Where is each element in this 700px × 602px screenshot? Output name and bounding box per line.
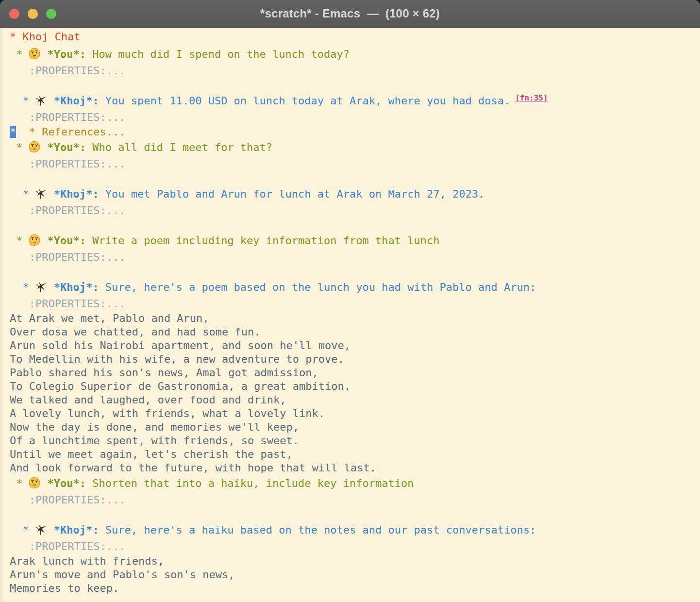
- org-star: *: [10, 141, 23, 153]
- speaker-label: *You*:: [48, 234, 86, 247]
- drawer-label: :PROPERTIES:...: [10, 111, 125, 123]
- line-text: Pablo shared his son's news, Amal got ad…: [10, 367, 318, 379]
- org-star: *: [10, 281, 29, 293]
- line-text: Until we meet again, let's cherish the p…: [10, 448, 293, 460]
- org-star: *: [10, 95, 29, 107]
- eagle-emoji: [34, 281, 48, 294]
- speaker-label: *Khoj*:: [54, 524, 99, 536]
- org-star: *: [10, 188, 29, 200]
- drawer-label: :PROPERTIES:...: [10, 494, 125, 506]
- line-text: Memories to keep.: [10, 582, 119, 594]
- line-text: To Colegio Superior de Gastronomia, a gr…: [10, 380, 350, 392]
- text-line[interactable]: Pablo shared his son's news, Amal got ad…: [10, 366, 699, 379]
- drawer-label: :PROPERTIES:...: [10, 158, 125, 170]
- message-text: You spent 11.00 USD on lunch today at Ar…: [99, 95, 510, 107]
- org-star: *: [10, 234, 23, 247]
- buffer-lines: * Khoj Chat **You*: How much did I spend…: [10, 28, 699, 595]
- chat-heading-you[interactable]: **You*: Shorten that into a haiku, inclu…: [10, 474, 699, 492]
- chat-heading-khoj[interactable]: **Khoj*: You met Pablo and Arun for lunc…: [10, 185, 699, 202]
- line-text: We talked and laughed, over food and dri…: [10, 394, 286, 406]
- traffic-lights: [9, 0, 56, 27]
- properties-drawer[interactable]: :PROPERTIES:...: [10, 202, 699, 218]
- chat-heading-you[interactable]: **You*: Who all did I meet for that?: [10, 138, 699, 156]
- org-star: *: [10, 477, 23, 489]
- text-line[interactable]: Over dosa we chatted, and had some fun.: [10, 325, 699, 338]
- line-text: Over dosa we chatted, and had some fun.: [10, 326, 261, 338]
- line-text: At Arak we met, Pablo and Arun,: [10, 312, 209, 324]
- text-line[interactable]: Arun's move and Pablo's son's news,: [10, 568, 699, 581]
- speaker-label: *Khoj*:: [54, 188, 99, 200]
- text-line[interactable]: To Colegio Superior de Gastronomia, a gr…: [10, 379, 699, 393]
- message-text: Shorten that into a haiku, include key i…: [86, 477, 414, 489]
- text-line[interactable]: Until we meet again, let's cherish the p…: [10, 447, 699, 461]
- minimize-button[interactable]: [28, 9, 38, 19]
- chat-heading-you[interactable]: **You*: How much did I spend on the lunc…: [10, 45, 699, 63]
- org-star: *: [10, 48, 23, 60]
- chat-heading-khoj[interactable]: **Khoj*: Sure, here's a haiku based on t…: [10, 521, 699, 538]
- properties-drawer[interactable]: :PROPERTIES:...: [10, 156, 699, 171]
- blank-line[interactable]: [10, 507, 699, 521]
- properties-drawer[interactable]: :PROPERTIES:...: [10, 249, 699, 265]
- drawer-label: :PROPERTIES:...: [10, 251, 125, 263]
- references-heading[interactable]: * * References...: [10, 125, 699, 138]
- chat-heading-khoj[interactable]: **Khoj*: Sure, here's a poem based on th…: [10, 278, 699, 296]
- text-line[interactable]: Memories to keep.: [10, 581, 699, 595]
- properties-drawer[interactable]: :PROPERTIES:...: [10, 109, 699, 125]
- message-text: Sure, here's a haiku based on the notes …: [99, 524, 536, 536]
- chat-heading-you[interactable]: **You*: Write a poem including key infor…: [10, 232, 699, 249]
- line-text: Of a lunchtime spent, with friends, so s…: [10, 435, 299, 447]
- text-cursor: *: [10, 126, 16, 138]
- eagle-emoji: [34, 187, 48, 201]
- line-text: To Medellin with his wife, a new adventu…: [10, 353, 344, 365]
- speaker-label: *You*:: [48, 477, 86, 489]
- message-text: You met Pablo and Arun for lunch at Arak…: [99, 188, 484, 200]
- message-text: Who all did I meet for that?: [86, 141, 272, 153]
- text-line[interactable]: A lovely lunch, with friends, what a lov…: [10, 406, 699, 420]
- text-line[interactable]: Arak lunch with friends,: [10, 554, 699, 568]
- text-line[interactable]: We talked and laughed, over food and dri…: [10, 393, 699, 406]
- message-text: Write a poem including key information f…: [86, 234, 439, 247]
- properties-drawer[interactable]: :PROPERTIES:...: [10, 538, 699, 554]
- emacs-window: *scratch* - Emacs — (100 × 62) * Khoj Ch…: [0, 0, 700, 602]
- text-line[interactable]: To Medellin with his wife, a new adventu…: [10, 352, 699, 366]
- eagle-emoji: [34, 523, 48, 536]
- text-line[interactable]: Arun sold his Nairobi apartment, and soo…: [10, 338, 699, 352]
- properties-drawer[interactable]: :PROPERTIES:...: [10, 296, 699, 311]
- blank-line[interactable]: [10, 171, 699, 185]
- drawer-label: :PROPERTIES:...: [10, 298, 125, 310]
- org-title-heading[interactable]: * Khoj Chat: [10, 28, 699, 45]
- speaker-label: *You*:: [48, 48, 86, 60]
- message-text: How much did I spend on the lunch today?: [86, 48, 350, 60]
- line-text: Arun sold his Nairobi apartment, and soo…: [10, 339, 350, 351]
- line-text: And look forward to the future, with hop…: [10, 462, 376, 474]
- thinking-face-emoji: [28, 234, 41, 247]
- line-text: A lovely lunch, with friends, what a lov…: [10, 407, 325, 419]
- properties-drawer[interactable]: :PROPERTIES:...: [10, 492, 699, 507]
- speaker-label: *You*:: [48, 141, 86, 153]
- blank-line[interactable]: [10, 265, 699, 278]
- properties-drawer[interactable]: :PROPERTIES:...: [10, 63, 699, 78]
- blank-line[interactable]: [10, 78, 699, 92]
- line-text: Arun's move and Pablo's son's news,: [10, 569, 235, 581]
- scratch-buffer[interactable]: * Khoj Chat **You*: How much did I spend…: [0, 28, 700, 602]
- thinking-face-emoji: [28, 141, 41, 154]
- text-line[interactable]: Now the day is done, and memories we'll …: [10, 420, 699, 434]
- line-text: Now the day is done, and memories we'll …: [10, 421, 299, 433]
- line-text: * Khoj Chat: [10, 31, 81, 43]
- drawer-label: :PROPERTIES:...: [10, 65, 125, 77]
- close-button[interactable]: [9, 9, 19, 19]
- org-star: *: [10, 524, 29, 536]
- eagle-emoji: [34, 94, 48, 107]
- text-line[interactable]: And look forward to the future, with hop…: [10, 461, 699, 474]
- speaker-label: *Khoj*:: [54, 95, 99, 107]
- footnote-link[interactable]: [fn:35]: [515, 93, 548, 102]
- text-line[interactable]: At Arak we met, Pablo and Arun,: [10, 311, 699, 325]
- text-line[interactable]: Of a lunchtime spent, with friends, so s…: [10, 434, 699, 447]
- message-text: Sure, here's a poem based on the lunch y…: [99, 281, 536, 293]
- drawer-label: :PROPERTIES:...: [10, 540, 125, 552]
- zoom-button[interactable]: [46, 9, 56, 19]
- blank-line[interactable]: [10, 218, 699, 232]
- left-fringe: [0, 28, 3, 602]
- references-label: * References...: [16, 126, 125, 138]
- chat-heading-khoj[interactable]: **Khoj*: You spent 11.00 USD on lunch to…: [10, 92, 699, 109]
